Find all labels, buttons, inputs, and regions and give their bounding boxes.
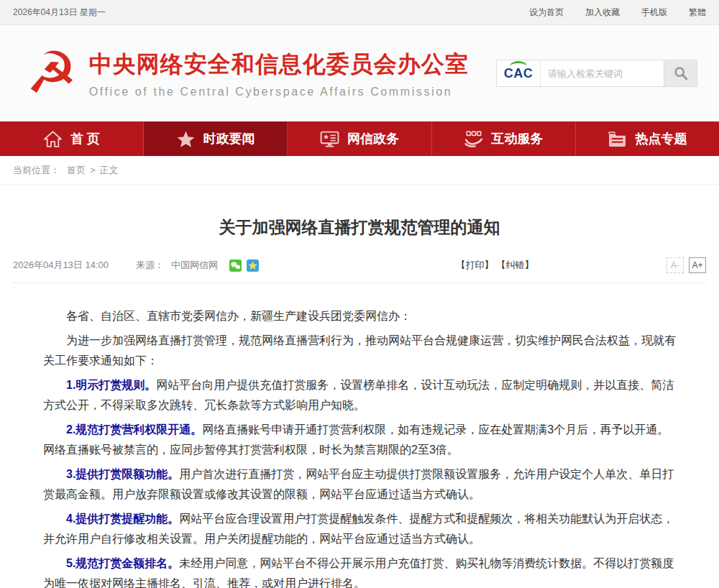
traditional-chinese-link[interactable]: 繁體 <box>689 6 706 19</box>
article-title: 关于加强网络直播打赏规范管理的通知 <box>13 216 706 239</box>
font-size-controls: A- A+ <box>667 257 706 273</box>
topbar-links: 设为首页 加入收藏 手机版 繁體 <box>529 6 706 19</box>
nav-item-home[interactable]: 首 页 <box>0 121 144 156</box>
article-paragraph: 3.提供打赏限额功能。用户首次进行直播打赏，网站平台应主动提供打赏限额设置服务，… <box>43 464 676 505</box>
nav-item-cyberspace-affairs[interactable]: 网信政务 <box>288 121 431 156</box>
set-homepage-link[interactable]: 设为首页 <box>529 6 564 19</box>
font-increase-button[interactable]: A+ <box>689 257 706 273</box>
font-decrease-button[interactable]: A- <box>667 257 684 273</box>
site-title: 中央网络安全和信息化委员会办公室 <box>89 49 469 81</box>
site-logo[interactable]: ☭ 中央网络安全和信息化委员会办公室 Office of the Central… <box>26 45 469 102</box>
wechat-share-icon[interactable] <box>229 259 242 272</box>
publish-datetime: 2026年04月13日 14:00 <box>13 259 109 272</box>
article: 关于加强网络直播打赏规范管理的通知 2026年04月13日 14:00 来源： … <box>0 216 719 588</box>
article-tools: 【打印】 【纠错】 <box>391 259 533 272</box>
article-paragraph: 5.规范打赏金额排名。未经用户同意，网站平台不得公开展示用户充值打赏、购买礼物等… <box>43 553 676 588</box>
hammer-sickle-emblem-icon: ☭ <box>26 45 78 102</box>
mobile-version-link[interactable]: 手机版 <box>641 6 667 19</box>
search-box: CAC <box>496 60 697 87</box>
article-paragraph: 4.提供打赏提醒功能。网站平台应合理设置用户打赏提醒触发条件、提醒方式和提醒频次… <box>43 509 676 549</box>
search-button[interactable] <box>664 60 697 86</box>
nav-item-interactive-service[interactable]: 互动服务 <box>432 121 576 156</box>
site-subtitle-english: Office of the Central Cyberspace Affairs… <box>89 86 469 98</box>
search-input[interactable] <box>540 60 664 86</box>
folder-icon <box>608 130 627 148</box>
monitor-icon <box>320 130 339 148</box>
paragraph-lead: 1.明示打赏规则。 <box>66 379 156 391</box>
nav-item-hot-topics[interactable]: 热点专题 <box>576 121 719 156</box>
source-label: 来源： <box>136 259 164 272</box>
star-icon <box>176 130 196 148</box>
breadcrumb-current: 正文 <box>100 164 119 177</box>
main-navigation: 首 页 时政要闻 网信政务 互动服务 <box>0 121 719 156</box>
breadcrumb: 当前位置： 首页 > 正文 <box>0 156 719 185</box>
article-meta-row: 2026年04月13日 14:00 来源： 中国网信网 【打印】 【纠错】 A-… <box>13 257 706 283</box>
breadcrumb-separator: > <box>90 165 96 175</box>
qzone-share-icon[interactable] <box>247 259 259 272</box>
article-paragraph: 1.明示打赏规则。网站平台向用户提供充值打赏服务，设置榜单排名，设计互动玩法，应… <box>43 375 676 415</box>
home-icon <box>43 130 63 148</box>
paragraph-lead: 4.提供打赏提醒功能。 <box>66 513 179 525</box>
article-body: 各省、自治区、直辖市党委网信办，新疆生产建设兵团党委网信办： 为进一步加强网络直… <box>13 283 706 588</box>
search-icon <box>673 65 689 81</box>
breadcrumb-home-link[interactable]: 首页 <box>67 164 86 177</box>
paragraph-lead: 3.提供打赏限额功能。 <box>66 468 179 480</box>
paragraph-lead: 5.规范打赏金额排名。 <box>66 557 179 569</box>
paragraph-text: 为进一步加强网络直播打赏管理，规范网络直播营利行为，推动网站平台合规健康运营，切… <box>43 334 676 367</box>
top-utility-bar: 2026年04月13日 星期一 设为首页 加入收藏 手机版 繁體 <box>0 0 719 25</box>
article-paragraph: 为进一步加强网络直播打赏管理，规范网络直播营利行为，推动网站平台合规健康运营，切… <box>43 331 676 371</box>
add-favorite-link[interactable]: 加入收藏 <box>585 6 620 19</box>
nav-item-politics-news[interactable]: 时政要闻 <box>144 121 288 156</box>
breadcrumb-label: 当前位置： <box>13 164 60 177</box>
share-icons <box>229 259 259 272</box>
article-paragraph: 2.规范打赏营利权限开通。网络直播账号申请开通打赏营利权限，如有违规记录，应在处… <box>43 420 676 460</box>
masthead: ☭ 中央网络安全和信息化委员会办公室 Office of the Central… <box>0 25 719 121</box>
current-date: 2026年04月13日 星期一 <box>13 6 106 19</box>
print-button[interactable]: 【打印】 <box>456 259 493 272</box>
source-name: 中国网信网 <box>171 259 218 272</box>
article-paragraph: 各省、自治区、直辖市党委网信办，新疆生产建设兵团党委网信办： <box>43 306 676 326</box>
cac-logo: CAC <box>497 66 540 81</box>
paragraph-text: 各省、自治区、直辖市党委网信办，新疆生产建设兵团党委网信办： <box>66 310 411 322</box>
paragraph-lead: 2.规范打赏营利权限开通。 <box>66 423 202 436</box>
interactive-service-icon <box>464 130 483 148</box>
correction-button[interactable]: 【纠错】 <box>496 259 533 272</box>
